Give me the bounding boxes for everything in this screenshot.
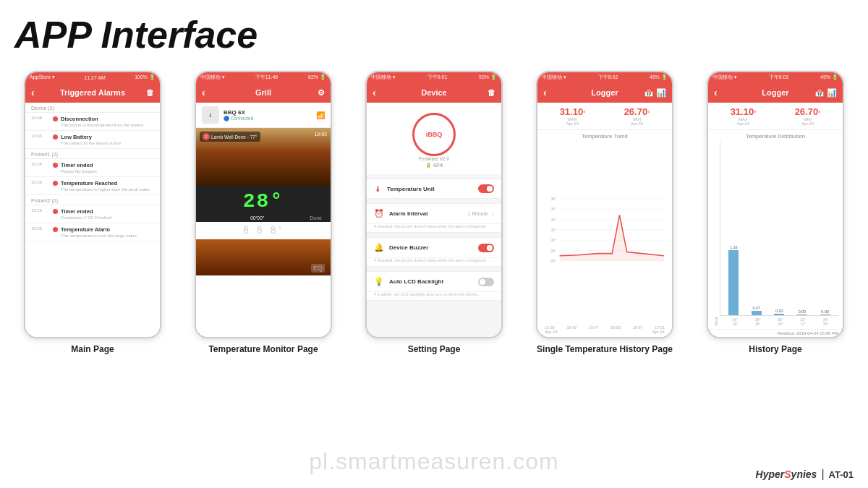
- bar-group: 0.00: [814, 309, 835, 315]
- alarm-item: 10:06 Low Battery The battery of the dev…: [25, 131, 160, 149]
- ibbq-firmware: Firmware V2.0: [419, 156, 449, 161]
- setting-temp-unit: 🌡 Temperature Unit: [367, 179, 501, 199]
- svg-text:38°: 38°: [550, 197, 556, 201]
- alarm-item: 10:26 Timer ended Please flip burgers: [25, 159, 160, 177]
- svg-text:34°: 34°: [550, 218, 556, 222]
- logger-min-stat: 26.70° MIN Apr.24: [608, 106, 666, 126]
- phone3: 中国移动 ▾ 下午9:01 50% 🔋 ‹ Device 🗑 iBBQ Firm…: [365, 71, 503, 338]
- phone1-back-icon[interactable]: ‹: [31, 87, 35, 98]
- bar: [774, 314, 784, 315]
- phone4-header-title: Logger: [591, 88, 618, 97]
- phone5-header-title: Logger: [762, 88, 788, 97]
- phone3-status-bar: 中国移动 ▾ 下午9:01 50% 🔋: [367, 72, 501, 82]
- auto-lcd-icon: 💡: [374, 277, 384, 286]
- phone5-container: 中国移动 ▾ 下午8:02 49% 🔋 ‹ Logger 📅 📊 31.10° …: [696, 71, 855, 354]
- phone4-chart-title: Temperature Trend: [542, 133, 668, 140]
- svg-text:36°: 36°: [550, 207, 556, 211]
- phone3-label: Setting Page: [408, 344, 461, 354]
- svg-text:32°: 32°: [550, 228, 556, 232]
- ibbq-name: iBBQ: [426, 131, 443, 138]
- phone4-container: 中国移动 ▾ 下午8:02 48% 🔋 ‹ Logger 📅 📊 31.10° …: [525, 71, 684, 354]
- bar-x-labels: 26°26° 28°28° 30°30° 32°32° 34°34°: [723, 316, 838, 326]
- grill-device-row: 🌡 BBQ 6X 🔵 Connected 📶: [196, 103, 331, 128]
- phone3-back-icon[interactable]: ‹: [373, 87, 376, 98]
- logger5-stats: 31.10° MAX Apr.24 26.70° MIN Apr.24: [708, 103, 843, 130]
- phone4-date-axis: Apr.24 Apr.24: [542, 330, 668, 334]
- alarm-interval-chevron[interactable]: ›: [492, 210, 494, 218]
- phone1-section-probe1: Probe#1 (2): [25, 149, 160, 159]
- bar: [728, 250, 739, 315]
- grill-device-status: 🔵 Connected: [224, 116, 312, 121]
- brand-model: AT-01: [829, 469, 854, 480]
- temperature-trend-chart: 38° 36° 34° 32° 30° 28° 26°: [542, 142, 668, 325]
- phone4-body: 31.10° MAX Apr.24 26.70° MIN Apr.24 Temp…: [537, 103, 672, 337]
- logger5-max-stat: 31.10° MAX Apr.24: [714, 106, 773, 126]
- phone5-header: ‹ Logger 📅 📊: [708, 82, 843, 103]
- grill-timer: 00'00" Done: [196, 214, 331, 222]
- grill-secondary-temp: 8 8 8°: [196, 222, 331, 239]
- phone1-label: Main Page: [71, 344, 114, 354]
- phone5-calendar-icon[interactable]: 📅 📊: [814, 88, 837, 98]
- phone4-calendar-icon[interactable]: 📅 📊: [644, 88, 666, 98]
- phone2-header-title: Grill: [255, 88, 271, 97]
- phone4-label: Single Temperature History Page: [537, 344, 673, 354]
- phone2-settings-icon[interactable]: ⚙: [318, 88, 325, 98]
- device-buzzer-toggle[interactable]: [478, 244, 494, 252]
- phone5-body: 31.10° MAX Apr.24 26.70° MIN Apr.24 Temp…: [708, 103, 843, 337]
- setting-alarm-interval: ⏰ Alarm Interval 1 Minute › If disabled,…: [367, 203, 501, 233]
- bar-group: 0.02: [769, 309, 790, 315]
- bar: [752, 311, 762, 315]
- ibbq-device-info: iBBQ Firmware V2.0 🔋 42%: [367, 103, 501, 174]
- logger-min-val: 26.70°: [608, 106, 666, 117]
- phone1-section-probe2: Probe#2 (2): [25, 195, 160, 205]
- phone1: AppStore ▾ 11:27 AM 100% 🔋 ‹ Triggered A…: [24, 71, 161, 338]
- bar-group: 0.00: [792, 309, 813, 315]
- phone3-delete-icon[interactable]: 🗑: [488, 88, 495, 97]
- phone5-label: History Page: [749, 344, 801, 354]
- logger-stats: 31.10° MAX Apr.24 26.70° MIN Apr.24: [537, 103, 672, 130]
- phone1-section-device: Device (2): [25, 103, 160, 113]
- phones-row: AppStore ▾ 11:27 AM 100% 🔋 ‹ Triggered A…: [0, 64, 868, 354]
- phone1-header-title: Triggered Alarms: [60, 88, 125, 97]
- brand-badge: HyperSynies | AT-01: [756, 468, 854, 481]
- grill-food-label: 2 Lamb Well Done - 77°: [200, 132, 260, 142]
- logger5-min-val: 26.70°: [778, 106, 837, 117]
- grill-device-name: BBQ 6X: [224, 109, 312, 116]
- phone2-body: 🌡 BBQ 6X 🔵 Connected 📶 2 Lamb Well Done …: [196, 103, 331, 337]
- grill-big-temp: 28°: [196, 186, 331, 214]
- temp-unit-toggle[interactable]: [478, 184, 494, 193]
- grill-food-image: 2 Lamb Well Done - 77° 19:63: [196, 128, 331, 186]
- phone1-delete-icon[interactable]: 🗑: [146, 88, 154, 97]
- phone4-chart-area: Temperature Trend 38° 36° 34° 32° 30° 28…: [537, 130, 672, 337]
- phone4-status-bar: 中国移动 ▾ 下午8:02 48% 🔋: [537, 72, 672, 82]
- svg-text:26°: 26°: [550, 259, 556, 263]
- phone5-chart-wrap: Temperature Distribution Hour 1.16: [708, 130, 843, 329]
- phone4: 中国移动 ▾ 下午8:02 48% 🔋 ‹ Logger 📅 📊 31.10° …: [536, 71, 673, 338]
- grill-eq-icon[interactable]: EQ: [311, 264, 325, 273]
- phone3-header-title: Device: [421, 88, 446, 97]
- brand-divider: |: [821, 468, 824, 481]
- setting-auto-lcd: 💡 Auto LCD Backlight If enabled, the LCD…: [367, 271, 501, 301]
- page-title: APP Interface: [0, 0, 868, 64]
- phone2-back-icon[interactable]: ‹: [202, 87, 205, 98]
- bar-group: 1.16: [723, 245, 744, 315]
- phone4-back-icon[interactable]: ‹: [543, 87, 547, 98]
- phone3-container: 中国移动 ▾ 下午9:01 50% 🔋 ‹ Device 🗑 iBBQ Firm…: [354, 71, 514, 354]
- phone3-body: iBBQ Firmware V2.0 🔋 42% 🌡 Temperature U…: [367, 103, 501, 337]
- grill-signal-icon: 📶: [316, 111, 325, 119]
- y-axis-label: Hour: [712, 142, 720, 326]
- phone2-header: ‹ Grill ⚙: [196, 82, 331, 103]
- phone1-body: Device (2) 10:08 Disconnection The phone…: [25, 103, 160, 337]
- phone5-status-bar: 中国移动 ▾ 下午8:02 49% 🔋: [708, 72, 843, 82]
- svg-text:30°: 30°: [550, 238, 556, 242]
- alarm-item: 10:26 Timer ended Countdown 1°32' Finish…: [25, 205, 160, 223]
- phone5-back-icon[interactable]: ‹: [714, 87, 718, 98]
- device-buzzer-icon: 🔔: [374, 243, 384, 252]
- alarm-item: 10:08 Disconnection The phone is disconn…: [25, 113, 160, 131]
- alarm-interval-icon: ⏰: [374, 209, 384, 218]
- auto-lcd-toggle[interactable]: [478, 278, 494, 286]
- grill-device-icon: 🌡: [202, 106, 219, 124]
- setting-device-buzzer: 🔔 Device Buzzer If disabled, the buzzer …: [367, 237, 501, 267]
- ibbq-battery: 🔋 42%: [425, 163, 443, 168]
- phone2-status-bar: 中国移动 ▾ 下午11:46 82% 🔋: [196, 72, 331, 82]
